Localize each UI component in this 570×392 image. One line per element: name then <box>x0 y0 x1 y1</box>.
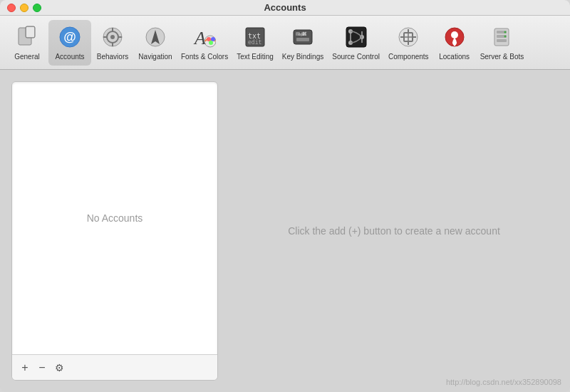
key-bindings-icon: opt ⌘ <box>290 24 316 50</box>
minimize-button[interactable] <box>20 4 28 12</box>
toolbar-item-components[interactable]: Components <box>384 20 433 66</box>
accounts-icon: @ <box>57 24 83 50</box>
svg-point-11 <box>110 35 115 39</box>
svg-point-16 <box>207 37 211 41</box>
navigation-label: Navigation <box>138 53 172 61</box>
svg-rect-2 <box>26 27 34 37</box>
svg-point-48 <box>504 31 507 33</box>
toolbar-item-fonts-colors[interactable]: A Fonts & Colors <box>177 20 232 66</box>
toolbar-item-behaviors[interactable]: Behaviors <box>91 20 134 66</box>
components-icon <box>395 24 421 50</box>
add-account-button[interactable]: + <box>18 361 32 375</box>
toolbar-item-server-bots[interactable]: Server & Bots <box>476 20 529 66</box>
accounts-settings-button[interactable]: ⚙ <box>52 361 66 375</box>
behaviors-icon <box>100 24 125 50</box>
components-label: Components <box>388 53 429 61</box>
svg-point-17 <box>211 37 215 41</box>
svg-text:⌘: ⌘ <box>302 31 307 36</box>
svg-point-50 <box>504 40 507 42</box>
toolbar-item-locations[interactable]: Locations <box>433 20 476 66</box>
right-panel: Click the add (+) button to create a new… <box>218 70 570 392</box>
traffic-lights <box>7 4 41 12</box>
svg-text:A: A <box>193 28 206 48</box>
close-button[interactable] <box>7 4 16 12</box>
toolbar-item-key-bindings[interactable]: opt ⌘ Key Bindings <box>278 20 328 66</box>
fonts-colors-label: Fonts & Colors <box>181 53 228 61</box>
accounts-label: Accounts <box>55 53 84 61</box>
navigation-icon <box>142 24 168 50</box>
maximize-button[interactable] <box>33 4 41 12</box>
svg-point-43 <box>451 31 458 38</box>
left-panel: No Accounts + − ⚙ <box>11 81 218 381</box>
svg-point-49 <box>504 36 507 38</box>
window-title: Accounts <box>264 2 306 13</box>
svg-text:@: @ <box>63 30 76 44</box>
text-editing-icon: txt edit <box>242 24 268 50</box>
title-bar: Accounts <box>0 0 570 16</box>
toolbar-item-accounts[interactable]: @ Accounts <box>48 20 91 66</box>
key-bindings-label: Key Bindings <box>282 53 323 61</box>
server-bots-icon <box>489 24 514 50</box>
toolbar-item-text-editing[interactable]: txt edit Text Editing <box>232 20 278 66</box>
add-account-hint: Click the add (+) button to create a new… <box>288 225 500 237</box>
general-label: General <box>14 53 40 61</box>
general-icon <box>14 24 40 50</box>
text-editing-label: Text Editing <box>237 53 274 61</box>
locations-label: Locations <box>439 53 470 61</box>
svg-text:edit: edit <box>248 39 261 46</box>
locations-icon <box>442 24 467 50</box>
toolbar-item-general[interactable]: General <box>6 20 48 66</box>
behaviors-label: Behaviors <box>97 53 128 61</box>
main-content: No Accounts + − ⚙ Click the add (+) butt… <box>0 70 570 392</box>
toolbar-item-source-control[interactable]: Source Control <box>328 20 384 66</box>
remove-account-button[interactable]: − <box>35 361 49 375</box>
fonts-colors-icon: A <box>192 24 217 50</box>
source-control-icon <box>343 24 369 50</box>
toolbar: General @ Accounts Behaviors <box>0 16 570 70</box>
source-control-label: Source Control <box>332 53 380 61</box>
svg-rect-25 <box>296 38 309 41</box>
watermark: http://blog.csdn.net/xx352890098 <box>446 378 561 386</box>
accounts-list-area: No Accounts <box>12 82 217 354</box>
toolbar-item-navigation[interactable]: Navigation <box>134 20 177 66</box>
svg-point-18 <box>209 41 213 45</box>
no-accounts-label: No Accounts <box>87 212 143 224</box>
server-bots-label: Server & Bots <box>480 53 524 61</box>
left-panel-footer: + − ⚙ <box>12 354 217 380</box>
